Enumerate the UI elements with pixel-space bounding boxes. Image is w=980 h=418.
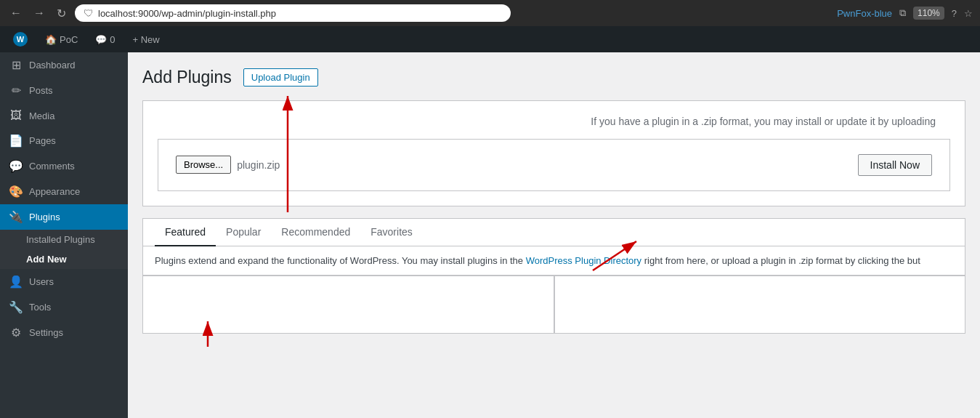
sidebar-item-comments[interactable]: 💬 Comments [0,153,128,179]
address-bar[interactable]: 🛡 localhost:9000/wp-admin/plugin-install… [75,4,511,22]
sidebar-label-dashboard: Dashboard [29,60,76,71]
users-icon: 👤 [9,275,23,289]
dashboard-icon: ⊞ [9,58,23,72]
sidebar-item-media[interactable]: 🖼 Media [0,103,128,128]
sidebar-label-pages: Pages [29,135,56,146]
help-icon[interactable]: ? [952,8,957,19]
sidebar-item-appearance[interactable]: 🎨 Appearance [0,179,128,204]
zoom-level: 110% [913,7,944,20]
sidebar-item-installed-plugins[interactable]: Installed Plugins [0,230,128,249]
comments-item[interactable]: 💬 0 [89,26,121,52]
sidebar-item-tools[interactable]: 🔧 Tools [0,294,128,320]
comments-count: 0 [110,34,115,45]
wp-main: ⊞ Dashboard ✏ Posts 🖼 Media 📄 Pages 💬 Co… [0,52,980,418]
wp-admin-bar: W 🏠 PoC 💬 0 + New [0,26,980,52]
sidebar-item-pages[interactable]: 📄 Pages [0,128,128,153]
content-inner: Add Plugins Upload Plugin If you have a … [142,67,965,334]
back-button[interactable]: ← [7,5,25,21]
page-title: Add Plugins [142,67,232,89]
install-now-button[interactable]: Install Now [858,154,932,176]
file-name-label: plugin.zip [237,159,280,171]
sidebar-label-plugins: Plugins [29,212,60,222]
sidebar-label-users: Users [29,276,54,287]
tab-featured[interactable]: Featured [155,219,216,246]
tab-popular[interactable]: Popular [216,219,271,246]
sidebar-label-tools: Tools [29,302,51,313]
desc-text-before: Plugins extend and expand the functional… [155,255,526,266]
upload-plugin-button[interactable]: Upload Plugin [243,68,318,87]
pages-icon: 📄 [9,134,23,148]
settings-icon: ⚙ [9,326,23,339]
new-item[interactable]: + New [127,26,166,52]
posts-icon: ✏ [9,84,23,97]
appearance-icon: 🎨 [9,185,23,198]
url-text: localhost:9000/wp-admin/plugin-install.p… [98,8,276,19]
tab-recommended[interactable]: Recommended [271,219,360,246]
sidebar-item-settings[interactable]: ⚙ Settings [0,320,128,345]
wp-logo-item[interactable]: W [7,26,33,52]
comment-icon: 💬 [95,34,107,45]
plugin-directory-link[interactable]: WordPress Plugin Directory [526,255,641,266]
sidebar: ⊞ Dashboard ✏ Posts 🖼 Media 📄 Pages 💬 Co… [0,52,128,418]
shield-icon: 🛡 [84,7,94,19]
bookmark-icon[interactable]: ☆ [964,8,973,19]
refresh-button[interactable]: ↻ [54,5,69,22]
home-item[interactable]: 🏠 PoC [39,26,84,52]
new-label: + New [133,34,160,45]
tabs-nav: Featured Popular Recommended Favorites [143,219,965,246]
comments-icon: 💬 [9,159,23,173]
sidebar-label-comments: Comments [29,161,75,172]
plugins-submenu: Installed Plugins Add New [0,230,128,269]
plugin-card-1 [142,276,554,334]
home-icon: 🏠 [45,34,57,45]
browser-right-controls: PwnFox-blue ⧉ 110% ? ☆ [837,7,973,20]
forward-button[interactable]: → [31,5,48,21]
plugin-card-2 [554,276,966,334]
tab-favorites[interactable]: Favorites [360,219,423,246]
description-bar: Plugins extend and expand the functional… [142,246,965,276]
upload-form-left: Browse... plugin.zip [176,156,280,174]
tabs-section: Featured Popular Recommended Favorites [142,218,965,246]
sidebar-label-media: Media [29,110,54,121]
browser-profile: PwnFox-blue [837,8,892,19]
tab-manager-icon[interactable]: ⧉ [899,7,906,19]
upload-section: If you have a plugin in a .zip format, y… [142,100,965,206]
content-area: Add Plugins Upload Plugin If you have a … [128,52,980,418]
browser-chrome: ← → ↻ 🛡 localhost:9000/wp-admin/plugin-i… [0,0,980,26]
plugins-icon: 🔌 [9,210,23,224]
sidebar-label-posts: Posts [29,85,53,96]
sidebar-item-plugins[interactable]: 🔌 Plugins [0,204,128,230]
sidebar-item-dashboard[interactable]: ⊞ Dashboard [0,52,128,78]
upload-description: If you have a plugin in a .zip format, y… [158,116,950,127]
sidebar-label-appearance: Appearance [29,186,80,197]
browse-button[interactable]: Browse... [176,156,231,174]
sidebar-item-users[interactable]: 👤 Users [0,269,128,294]
upload-form-area: Browse... plugin.zip Install Now [158,139,950,191]
sidebar-label-settings: Settings [29,327,63,338]
plugin-cards [142,276,965,334]
page-header: Add Plugins Upload Plugin [142,67,965,89]
media-icon: 🖼 [9,109,23,122]
home-label: PoC [60,34,78,45]
tools-icon: 🔧 [9,300,23,314]
sidebar-item-posts[interactable]: ✏ Posts [0,78,128,103]
sidebar-item-add-new[interactable]: Add New [0,249,128,269]
desc-text-after: right from here, or upload a plugin in .… [641,255,920,266]
wp-logo: W [13,32,28,47]
